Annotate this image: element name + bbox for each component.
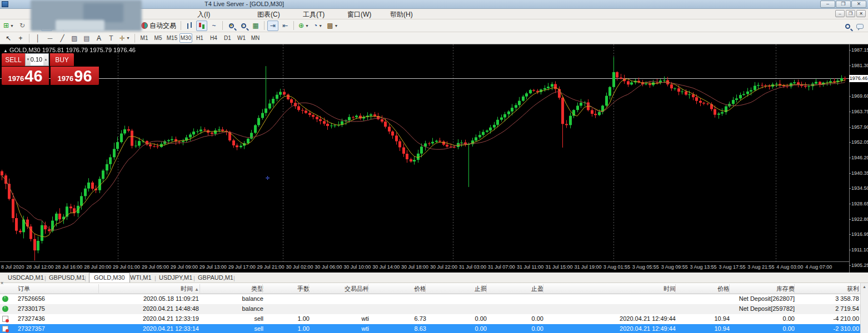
- table-row[interactable]: 273274362020.04.21 12:33:19sell1.00wti6.…: [0, 314, 860, 324]
- line-chart-button[interactable]: ~: [208, 21, 220, 31]
- horizontal-line-button[interactable]: ─: [44, 33, 56, 43]
- menu-item-3[interactable]: 工具(T): [303, 10, 325, 19]
- label-button[interactable]: T: [106, 33, 117, 43]
- timeframe-h4[interactable]: H4: [207, 33, 220, 43]
- tab-gbpaud-m1[interactable]: GBPAUD,M1: [198, 274, 233, 281]
- cell-profit: -2 310.00: [796, 325, 859, 332]
- bar-chart-button[interactable]: [184, 21, 195, 31]
- column-header-sl[interactable]: 止损: [427, 285, 487, 293]
- candlestick-chart-button[interactable]: [196, 21, 207, 31]
- trend-line-button[interactable]: ╱: [57, 33, 68, 43]
- column-header-symbol[interactable]: 交易品种: [310, 285, 369, 293]
- sell-price[interactable]: 1976 46: [2, 67, 49, 85]
- column-header-price[interactable]: 价格: [370, 285, 426, 293]
- volume-down-icon[interactable]: ▼: [26, 54, 31, 65]
- timeframe-m30[interactable]: M30: [179, 33, 192, 43]
- chart-shift-button[interactable]: ⇤: [280, 21, 291, 31]
- panel-close-icon[interactable]: ×: [1, 280, 3, 286]
- table-row[interactable]: 273301752020.04.21 14:48:48balanceNet De…: [0, 304, 860, 314]
- column-header-price2[interactable]: 价格: [677, 285, 730, 293]
- menu-item-4[interactable]: 窗口(W): [347, 10, 371, 19]
- timeframe-h1[interactable]: H1: [193, 33, 206, 43]
- cursor-icon: ↖: [6, 34, 11, 42]
- periods-button[interactable]: ◔▼: [312, 21, 324, 31]
- new-chart-button[interactable]: ⊞▼: [2, 21, 16, 31]
- scroll-up-icon[interactable]: ▲: [861, 283, 868, 289]
- table-row[interactable]: 275266562020.05.18 11:09:21balanceNet De…: [0, 294, 860, 304]
- auto-scroll-button[interactable]: ⇥: [267, 21, 278, 31]
- tile-windows-button[interactable]: ▦: [250, 21, 261, 31]
- menu-item-5[interactable]: 帮助(H): [390, 10, 413, 19]
- timeframe-mn[interactable]: MN: [249, 33, 262, 43]
- zoom-out-button[interactable]: -: [238, 21, 249, 31]
- menu-item-1[interactable]: 入(I): [197, 10, 210, 19]
- buy-button[interactable]: BUY: [50, 53, 74, 66]
- cell-sl: 0.00: [427, 315, 487, 322]
- search-button[interactable]: [842, 21, 853, 32]
- timeframe-m5[interactable]: M5: [152, 33, 164, 43]
- collapse-panel-icon[interactable]: ▲: [3, 48, 8, 53]
- tab-gold-m30[interactable]: GOLD,M30: [89, 273, 130, 282]
- arrows-button[interactable]: ✛▼: [118, 33, 132, 43]
- crosshair-button[interactable]: +: [15, 33, 26, 43]
- column-header-time[interactable]: 时间▲: [100, 285, 199, 293]
- table-row[interactable]: 273273572020.04.21 12:33:14sell1.00wti8.…: [0, 324, 860, 333]
- ohlc-close: 1976.46: [113, 47, 136, 53]
- column-header-swap[interactable]: 库存费: [731, 285, 795, 293]
- buy-price-small: 1976: [57, 74, 73, 83]
- candlestick-chart[interactable]: [0, 44, 849, 261]
- mdi-restore-button[interactable]: ❐: [846, 10, 855, 17]
- fibonacci-button[interactable]: ▤: [81, 33, 92, 43]
- maximize-button[interactable]: ❐: [836, 1, 851, 8]
- chart-tab-bar: USDCAD,M1GBPUSD,M1GOLD,M30WTI,M1USDJPY,M…: [0, 273, 868, 283]
- mt4-application-window: T4 Live Server - [GOLD,M30] ‒ ❐ ✕ ‒ ❐ ✕ …: [0, 0, 868, 333]
- mdi-close-button[interactable]: ✕: [856, 10, 866, 17]
- timeframe-d1[interactable]: D1: [221, 33, 234, 43]
- channel-button[interactable]: ▨: [69, 33, 80, 43]
- tab-wti-m1[interactable]: WTI,M1: [130, 274, 152, 281]
- chart-area[interactable]: ▲GOLD,M30 1975.81 1976.79 1975.79 1976.4…: [0, 44, 868, 273]
- column-header-time2[interactable]: 时间: [545, 285, 676, 293]
- timeframe-m1[interactable]: M1: [138, 33, 151, 43]
- column-header-lots[interactable]: 手数: [264, 285, 310, 293]
- templates-button[interactable]: ▩▼: [325, 21, 340, 31]
- header-separator: [794, 284, 795, 293]
- price-axis-label: 1946.20: [851, 155, 868, 160]
- channel-icon: ▨: [71, 34, 77, 42]
- chat-button[interactable]: [854, 21, 865, 32]
- price-axis-label: 1969.60: [851, 93, 868, 99]
- terminal-orders-panel: 订单时间▲类型手数交易品种价格止损止盈时间价格库存费获利 ▲ 275266562…: [0, 283, 868, 333]
- minimize-button[interactable]: ‒: [820, 1, 835, 8]
- timeframe-w1[interactable]: W1: [235, 33, 248, 43]
- column-header-profit[interactable]: 获利: [796, 285, 859, 293]
- text-button[interactable]: A: [93, 33, 104, 43]
- time-axis[interactable]: 8 Jul 202028 Jul 12:0028 Jul 16:0028 Jul…: [0, 261, 849, 273]
- orders-scrollbar[interactable]: ▲: [860, 283, 868, 333]
- volume-input[interactable]: 0.10: [31, 54, 43, 65]
- buy-price[interactable]: 1976 96: [51, 67, 99, 85]
- cursor-button[interactable]: ↖: [3, 33, 14, 43]
- column-header-order[interactable]: 订单: [18, 285, 96, 293]
- chart-shift-icon: ⇤: [282, 22, 288, 29]
- tab-gbpusd-m1[interactable]: GBPUSD,M1: [49, 274, 85, 281]
- column-header-type[interactable]: 类型: [201, 285, 263, 293]
- chevron-down-icon: ▼: [318, 24, 322, 28]
- time-axis-label: 28 Jul 20:00: [84, 264, 111, 270]
- header-separator: [199, 284, 200, 293]
- tab-usdcad-m1[interactable]: USDCAD,M1: [8, 274, 44, 281]
- autotrade-button[interactable]: 自动交易: [139, 21, 178, 31]
- column-header-tp[interactable]: 止盈: [488, 285, 543, 293]
- sell-button[interactable]: SELL: [2, 53, 25, 66]
- volume-up-icon[interactable]: ▲: [43, 54, 48, 65]
- refresh-button[interactable]: ↻: [17, 21, 28, 31]
- zoom-in-button[interactable]: +: [226, 21, 237, 31]
- tab-usdjpy-m1[interactable]: USDJPY,M1: [159, 274, 192, 281]
- mdi-minimize-button[interactable]: ‒: [835, 10, 845, 17]
- close-button[interactable]: ✕: [851, 1, 866, 8]
- indicators-icon: ⊕: [298, 22, 304, 29]
- cell-time2: 2020.04.21 12:49:44: [545, 325, 676, 332]
- indicators-button[interactable]: ⊕▼: [297, 21, 311, 31]
- menu-item-2[interactable]: 图表(C): [257, 10, 280, 19]
- timeframe-m15[interactable]: M15: [166, 33, 178, 43]
- vertical-line-button[interactable]: │: [32, 33, 43, 43]
